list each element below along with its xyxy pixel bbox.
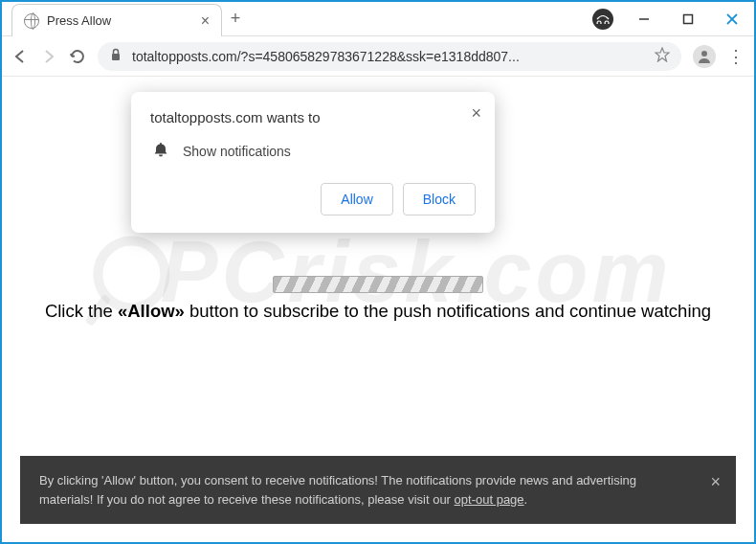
new-tab-button[interactable]: + xyxy=(222,2,249,35)
bell-icon xyxy=(152,141,169,162)
url-text: totaltopposts.com/?s=458065829783671228&… xyxy=(132,49,645,64)
menu-button[interactable]: ⋮ xyxy=(727,46,745,67)
svg-rect-1 xyxy=(684,14,693,23)
lock-icon xyxy=(109,48,122,65)
forward-button[interactable] xyxy=(40,48,57,65)
window-close-button[interactable] xyxy=(710,2,754,35)
dialog-close-icon[interactable]: × xyxy=(471,103,481,124)
back-button[interactable] xyxy=(11,48,29,65)
consent-bar: × By clicking 'Allow' button, you consen… xyxy=(20,456,736,524)
permission-label: Show notifications xyxy=(183,144,291,159)
profile-avatar[interactable] xyxy=(693,45,716,68)
block-button[interactable]: Block xyxy=(403,183,476,215)
maximize-button[interactable] xyxy=(666,2,710,35)
instruction-text: Click the «Allow» button to subscribe to… xyxy=(2,301,754,322)
reload-button[interactable] xyxy=(69,48,86,65)
tab-title: Press Allow xyxy=(47,13,193,28)
dialog-title: totaltopposts.com wants to xyxy=(150,109,476,125)
window-controls xyxy=(622,2,754,35)
titlebar: Press Allow × + xyxy=(2,2,754,36)
bookmark-star-icon[interactable] xyxy=(655,47,670,66)
globe-icon xyxy=(24,13,39,29)
loading-bar xyxy=(273,276,483,293)
svg-point-5 xyxy=(701,51,707,57)
opt-out-link[interactable]: opt-out page xyxy=(455,492,524,507)
browser-tab[interactable]: Press Allow × xyxy=(11,4,222,36)
minimize-button[interactable] xyxy=(622,2,666,35)
incognito-indicator[interactable] xyxy=(584,2,622,35)
permission-dialog: × totaltopposts.com wants to Show notifi… xyxy=(131,92,495,233)
address-bar[interactable]: totaltopposts.com/?s=458065829783671228&… xyxy=(98,42,681,71)
allow-button[interactable]: Allow xyxy=(321,183,392,215)
page-content: PCrisk.com Click the «Allow» button to s… xyxy=(2,77,754,469)
incognito-icon xyxy=(592,9,613,30)
svg-rect-4 xyxy=(112,54,120,60)
tab-close-icon[interactable]: × xyxy=(201,12,210,30)
consent-text: By clicking 'Allow' button, you consent … xyxy=(39,473,636,507)
consent-close-icon[interactable]: × xyxy=(710,469,721,495)
browser-toolbar: totaltopposts.com/?s=458065829783671228&… xyxy=(2,36,754,77)
